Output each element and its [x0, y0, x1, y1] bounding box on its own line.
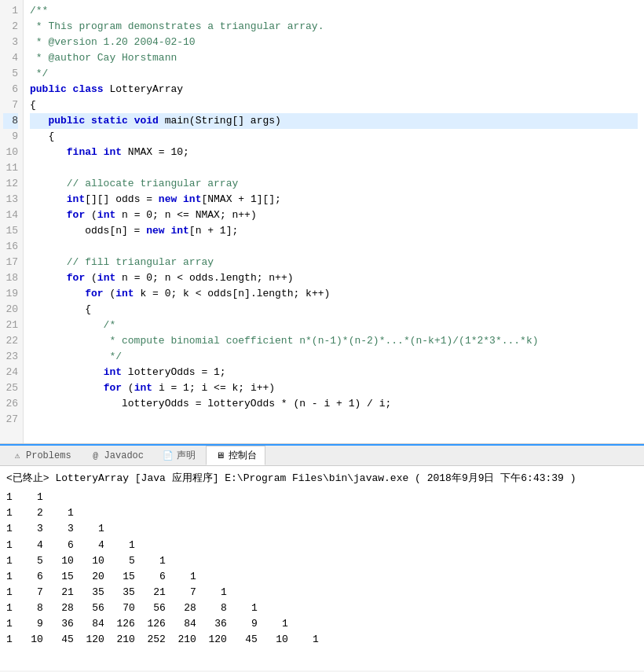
console-header: <已终止> LotteryArray [Java 应用程序] E:\Progra… — [6, 471, 638, 487]
tab-icon: 🖥 — [214, 450, 225, 461]
tab-Problems[interactable]: ⚠Problems — [3, 447, 80, 465]
code-token: int — [115, 288, 140, 299]
tab-label: 声明 — [177, 449, 196, 462]
code-line: for (int n = 0; n <= NMAX; n++) — [30, 207, 638, 223]
line-numbers: 1234567891011121314151617181920212223242… — [0, 0, 24, 443]
console-row: 1 1 — [6, 490, 638, 505]
code-token: /** — [30, 5, 48, 17]
code-token: NMAX = 10; — [128, 146, 189, 158]
code-token: odds[n] = — [30, 225, 146, 237]
code-line — [30, 239, 638, 255]
code-line: * @version 1.20 2004-02-10 — [30, 35, 638, 50]
console-area[interactable]: <已终止> LotteryArray [Java 应用程序] E:\Progra… — [0, 466, 644, 670]
code-token: [n + 1]; — [189, 225, 238, 237]
line-number: 6 — [3, 82, 18, 97]
code-line: lotteryOdds = lotteryOdds * (n - i + 1) … — [30, 396, 638, 412]
code-line: */ — [30, 66, 638, 82]
code-token — [30, 193, 67, 205]
code-token — [30, 178, 67, 189]
code-line — [30, 160, 638, 176]
code-token: * @version 1.20 2004-02-10 — [30, 36, 196, 48]
console-row: 1 9 36 84 126 126 84 36 9 1 — [6, 616, 638, 632]
tab-icon: ⚠ — [12, 450, 23, 461]
tab-icon: 📄 — [163, 450, 174, 461]
tab-Javadoc[interactable]: @Javadoc — [82, 447, 152, 465]
code-token: k = 0; k < odds[n].length; k++) — [140, 288, 330, 299]
line-number: 10 — [3, 145, 18, 160]
code-token: int — [104, 366, 128, 378]
code-line: odds[n] = new int[n + 1]; — [30, 223, 638, 239]
code-token: */ — [30, 68, 48, 79]
code-line: /* — [30, 318, 638, 333]
code-token — [30, 288, 85, 299]
code-token: /* — [30, 319, 115, 331]
code-token: int — [97, 209, 122, 221]
tab-声明[interactable]: 📄声明 — [154, 446, 204, 465]
code-token: [NMAX + 1][]; — [201, 193, 280, 205]
code-editor: 1234567891011121314151617181920212223242… — [0, 0, 644, 444]
code-token: ( — [91, 209, 97, 221]
code-token: i = 1; i <= k; i++) — [159, 382, 275, 394]
tab-控制台[interactable]: 🖥控制台 — [206, 446, 265, 465]
code-token: (String[] args) — [189, 115, 281, 127]
code-token: n = 0; n <= NMAX; n++) — [122, 209, 257, 221]
line-number: 15 — [3, 223, 18, 239]
bottom-panel: ⚠Problems@Javadoc📄声明🖥控制台 <已终止> LotteryAr… — [0, 444, 644, 672]
code-token: int — [183, 193, 201, 205]
code-token: n = 0; n < odds.length; n++) — [122, 272, 293, 284]
code-token: int — [104, 146, 128, 158]
code-token: lotteryOdds = lotteryOdds * (n - i + 1) … — [30, 398, 391, 409]
code-line: */ — [30, 349, 638, 365]
line-number: 2 — [3, 19, 18, 35]
code-token: void — [134, 115, 165, 127]
line-number: 25 — [3, 380, 18, 396]
console-row: 1 5 10 10 5 1 — [6, 553, 638, 569]
code-token: for — [85, 288, 109, 299]
code-token: // fill triangular array — [67, 256, 214, 268]
code-token: for — [104, 382, 128, 394]
console-row: 1 6 15 20 15 6 1 — [6, 569, 638, 585]
code-token — [30, 272, 67, 284]
code-line: * @author Cay Horstmann — [30, 50, 638, 66]
code-token: static — [91, 115, 134, 127]
code-content[interactable]: /** * This program demonstrates a triang… — [24, 0, 644, 443]
code-line: // fill triangular array — [30, 255, 638, 270]
code-token: for — [67, 209, 91, 221]
code-token: int — [134, 382, 159, 394]
code-token: { — [30, 303, 91, 315]
code-token — [30, 146, 67, 158]
console-row: 1 4 6 4 1 — [6, 538, 638, 553]
code-line: int[][] odds = new int[NMAX + 1][]; — [30, 192, 638, 207]
code-token: int — [170, 225, 188, 237]
code-token: lotteryOdds = 1; — [128, 366, 226, 378]
code-token: for — [67, 272, 91, 284]
line-number: 11 — [3, 160, 18, 176]
console-row: 1 7 21 35 35 21 7 1 — [6, 585, 638, 600]
code-token — [30, 209, 67, 221]
code-token: main — [165, 115, 189, 127]
code-token: public — [30, 115, 91, 127]
line-number: 23 — [3, 349, 18, 365]
line-number: 8 — [3, 113, 18, 129]
line-number: 12 — [3, 176, 18, 192]
code-line: { — [30, 129, 638, 145]
console-row: 1 8 28 56 70 56 28 8 1 — [6, 600, 638, 616]
line-number: 4 — [3, 50, 18, 66]
line-number: 26 — [3, 396, 18, 412]
code-line: for (int i = 1; i <= k; i++) — [30, 380, 638, 396]
code-token — [30, 382, 104, 394]
code-token: * compute binomial coefficient n*(n-1)*(… — [30, 335, 539, 347]
line-number: 3 — [3, 35, 18, 50]
code-line: int lotteryOdds = 1; — [30, 365, 638, 380]
code-token — [30, 366, 104, 378]
line-number: 17 — [3, 255, 18, 270]
code-token: ( — [91, 272, 97, 284]
code-line: public class LotteryArray — [30, 82, 638, 97]
code-token: new — [159, 193, 183, 205]
tab-label: Problems — [26, 450, 71, 461]
code-token: [][] odds = — [85, 193, 159, 205]
console-row: 1 10 45 120 210 252 210 120 45 10 1 — [6, 632, 638, 648]
horizontal-scrollbar[interactable] — [0, 443, 644, 444]
code-token: ( — [128, 382, 134, 394]
line-number: 27 — [3, 412, 18, 428]
